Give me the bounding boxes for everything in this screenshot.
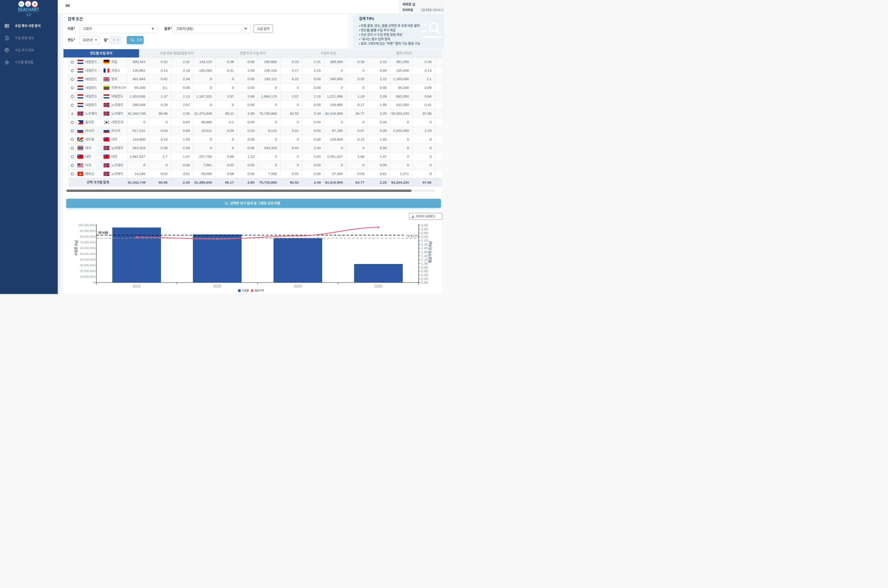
svg-text:3.00: 3.00 xyxy=(421,223,428,227)
svg-text:60,000,000: 60,000,000 xyxy=(80,247,95,250)
svg-text:2.80: 2.80 xyxy=(421,227,428,231)
svg-text:40,000,000: 40,000,000 xyxy=(80,258,95,261)
svg-text:0.80: 0.80 xyxy=(421,266,428,269)
svg-text:0.20: 0.20 xyxy=(421,277,428,281)
svg-text:0.60: 0.60 xyxy=(421,269,428,273)
svg-text:2024: 2024 xyxy=(294,284,302,288)
svg-text:2.00: 2.00 xyxy=(421,243,428,246)
svg-text:2022: 2022 xyxy=(133,284,141,288)
svg-text:50,000,000: 50,000,000 xyxy=(80,252,95,255)
svg-text:1.00: 1.00 xyxy=(421,261,428,266)
svg-text:0: 0 xyxy=(93,281,95,284)
svg-text:2.20: 2.20 xyxy=(421,238,428,243)
svg-text:1.20: 1.20 xyxy=(421,258,428,261)
svg-text:80,000,000: 80,000,000 xyxy=(80,235,95,238)
svg-text:90,000,000: 90,000,000 xyxy=(80,230,95,232)
svg-text:2.60: 2.60 xyxy=(421,231,428,235)
svg-text:2023: 2023 xyxy=(213,284,221,288)
svg-text:1.40: 1.40 xyxy=(421,254,428,258)
svg-text:20,000,000: 20,000,000 xyxy=(80,270,95,273)
svg-text:2025: 2025 xyxy=(374,284,383,288)
svg-text:70,000,000: 70,000,000 xyxy=(80,241,95,244)
svg-text:1.60: 1.60 xyxy=(421,250,428,254)
svg-text:0.40: 0.40 xyxy=(421,273,428,277)
svg-text:30,000,000: 30,000,000 xyxy=(80,264,95,267)
svg-text:10,000,000: 10,000,000 xyxy=(80,275,95,278)
svg-text:2.40: 2.40 xyxy=(421,235,428,238)
svg-text:0.00: 0.00 xyxy=(421,280,428,284)
svg-text:100,000,000: 100,000,000 xyxy=(78,224,95,227)
svg-text:1.80: 1.80 xyxy=(421,246,428,250)
